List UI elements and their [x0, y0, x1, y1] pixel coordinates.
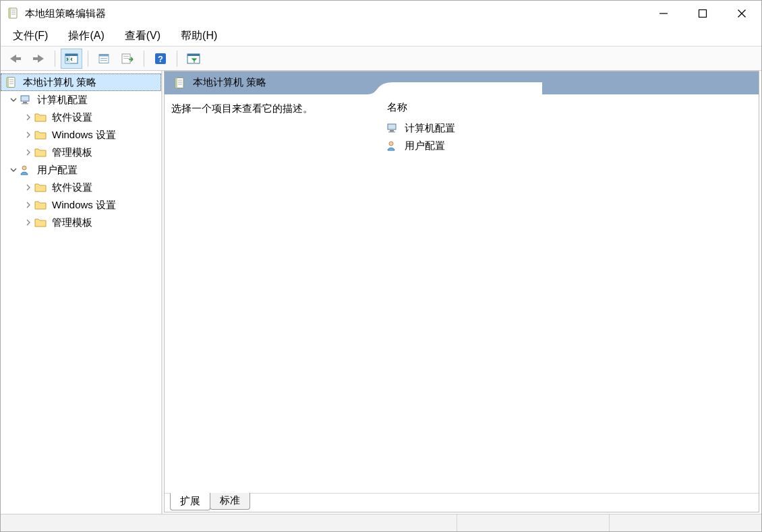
- expand-icon[interactable]: [24, 200, 33, 210]
- tree-admin-templates-user[interactable]: 管理模板: [1, 214, 161, 231]
- expand-icon[interactable]: [24, 183, 33, 192]
- show-hide-tree-button[interactable]: [61, 49, 82, 69]
- description-column: 选择一个项目来查看它的描述。: [165, 94, 380, 493]
- tree-label: 计算机配置: [36, 94, 89, 107]
- svg-rect-39: [388, 124, 396, 129]
- list-item-label: 用户配置: [405, 140, 445, 152]
- folder-icon: [34, 146, 47, 158]
- tree-label: 软件设置: [51, 111, 94, 124]
- tree-software-settings-user[interactable]: 软件设置: [1, 179, 161, 196]
- svg-rect-15: [99, 54, 109, 56]
- folder-icon: [34, 181, 47, 194]
- properties-button[interactable]: [94, 49, 115, 69]
- forward-button[interactable]: [28, 49, 49, 69]
- svg-rect-41: [388, 131, 395, 133]
- toolbar-separator: [55, 51, 55, 67]
- svg-rect-1: [9, 8, 11, 18]
- svg-rect-24: [187, 54, 200, 56]
- status-cell: [457, 514, 609, 531]
- svg-rect-16: [100, 58, 107, 59]
- tree-software-settings[interactable]: 软件设置: [1, 109, 161, 126]
- list-header-name[interactable]: 名称: [386, 98, 753, 119]
- tab-strip: 扩展 标准: [165, 493, 759, 512]
- tree-root-label: 本地计算机 策略: [22, 76, 98, 89]
- tree-label: 管理模板: [51, 146, 94, 159]
- svg-rect-9: [16, 57, 21, 60]
- menu-view[interactable]: 查看(V): [121, 28, 165, 45]
- tree-label: Windows 设置: [51, 199, 117, 212]
- folder-icon: [34, 129, 47, 141]
- list-item[interactable]: 用户配置: [386, 137, 753, 154]
- collapse-icon[interactable]: [9, 165, 18, 175]
- svg-rect-6: [699, 10, 707, 18]
- content-area: 本地计算机 策略 计算机配置: [1, 71, 761, 514]
- tree-pane[interactable]: 本地计算机 策略 计算机配置: [1, 71, 163, 514]
- export-list-button[interactable]: [117, 49, 138, 69]
- maximize-button[interactable]: [683, 1, 722, 26]
- expand-icon[interactable]: [24, 218, 33, 227]
- status-cell: [1, 514, 457, 531]
- title-bar: 本地组策略编辑器: [1, 1, 761, 26]
- svg-point-42: [389, 142, 393, 146]
- tree-computer-config[interactable]: 计算机配置: [1, 91, 161, 109]
- back-button[interactable]: [5, 49, 26, 69]
- details-pane: 本地计算机 策略 选择一个项目来查看它的描述。 名称: [164, 71, 759, 512]
- details-body: 选择一个项目来查看它的描述。 名称 计算机配置: [165, 94, 759, 493]
- help-button[interactable]: ?: [150, 49, 171, 69]
- expand-icon[interactable]: [24, 130, 33, 140]
- close-button[interactable]: [722, 1, 761, 26]
- toolbar-separator: [88, 51, 88, 67]
- menu-file[interactable]: 文件(F): [9, 28, 52, 45]
- tree-windows-settings-user[interactable]: Windows 设置: [1, 196, 161, 214]
- folder-icon: [34, 199, 47, 211]
- svg-rect-30: [21, 96, 29, 101]
- window-title: 本地组策略编辑器: [25, 7, 106, 20]
- menu-help[interactable]: 帮助(H): [177, 28, 221, 45]
- status-cell: [609, 514, 761, 531]
- collapse-icon[interactable]: [9, 95, 18, 105]
- folder-icon: [34, 216, 47, 229]
- svg-rect-17: [100, 60, 107, 61]
- policy-root-icon: [5, 76, 18, 88]
- computer-icon: [20, 94, 32, 106]
- tab-extended[interactable]: 扩展: [170, 493, 210, 510]
- svg-rect-12: [65, 54, 78, 56]
- svg-rect-26: [7, 78, 9, 88]
- toolbar: ?: [1, 47, 761, 71]
- list-item-label: 计算机配置: [405, 122, 455, 135]
- expand-icon[interactable]: [24, 148, 33, 157]
- expand-icon[interactable]: [24, 113, 33, 122]
- menu-bar: 文件(F) 操作(A) 查看(V) 帮助(H): [1, 26, 761, 47]
- window-controls: [644, 1, 761, 26]
- status-bar: [1, 514, 761, 531]
- tab-standard[interactable]: 标准: [210, 493, 250, 510]
- details-header-title: 本地计算机 策略: [193, 76, 266, 89]
- svg-point-33: [22, 166, 26, 170]
- svg-rect-32: [22, 103, 28, 105]
- tree-root[interactable]: 本地计算机 策略: [1, 73, 161, 91]
- svg-rect-40: [390, 130, 394, 131]
- folder-icon: [34, 111, 47, 123]
- svg-text:?: ?: [158, 54, 163, 64]
- svg-rect-19: [123, 56, 129, 57]
- computer-icon: [386, 121, 399, 135]
- details-header: 本地计算机 策略: [165, 71, 759, 94]
- description-prompt: 选择一个项目来查看它的描述。: [171, 102, 313, 114]
- tree-windows-settings[interactable]: Windows 设置: [1, 126, 161, 144]
- tree-label: Windows 设置: [51, 129, 117, 142]
- filter-button[interactable]: [183, 49, 204, 69]
- tree-user-config[interactable]: 用户配置: [1, 161, 161, 179]
- menu-action[interactable]: 操作(A): [64, 28, 108, 45]
- policy-root-icon: [174, 77, 186, 89]
- tree-admin-templates[interactable]: 管理模板: [1, 144, 161, 161]
- toolbar-separator: [177, 51, 177, 67]
- minimize-button[interactable]: [644, 1, 683, 26]
- svg-rect-31: [23, 102, 27, 103]
- user-icon: [20, 164, 32, 176]
- svg-rect-10: [33, 57, 38, 60]
- tree-label: 管理模板: [51, 216, 94, 229]
- list-item[interactable]: 计算机配置: [386, 119, 753, 137]
- svg-rect-20: [123, 58, 129, 59]
- toolbar-separator: [144, 51, 144, 67]
- list-column: 名称 计算机配置: [380, 94, 759, 493]
